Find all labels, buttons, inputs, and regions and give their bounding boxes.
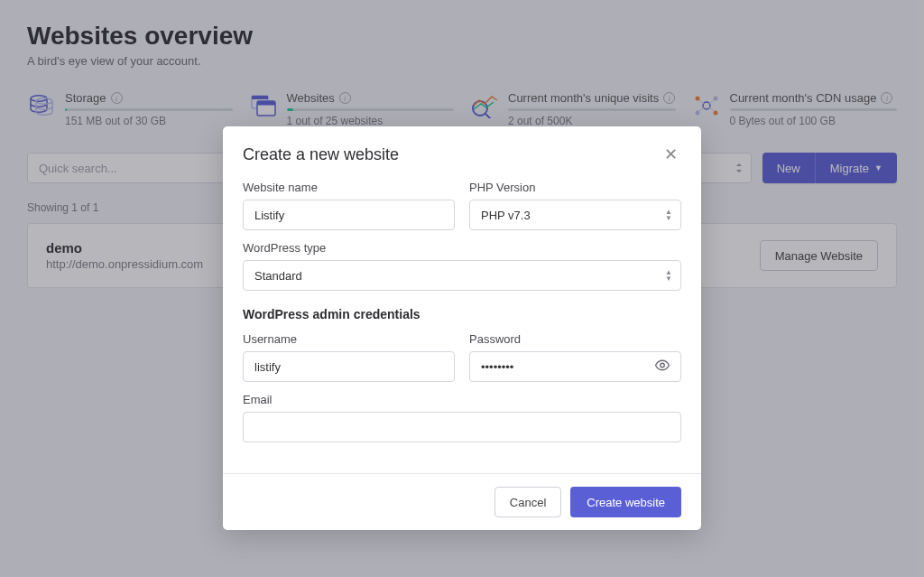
website-name-label: Website name bbox=[243, 181, 455, 194]
email-label: Email bbox=[243, 393, 681, 406]
password-label: Password bbox=[469, 332, 681, 346]
wordpress-type-select[interactable] bbox=[243, 260, 681, 291]
create-website-button[interactable]: Create website bbox=[570, 487, 681, 517]
svg-point-17 bbox=[661, 363, 665, 368]
website-name-input[interactable] bbox=[243, 200, 455, 230]
cancel-button[interactable]: Cancel bbox=[494, 487, 561, 517]
php-version-select[interactable] bbox=[469, 200, 681, 230]
create-website-modal: Create a new website ✕ Website name PHP … bbox=[223, 126, 701, 530]
username-input[interactable] bbox=[243, 351, 455, 382]
close-button[interactable]: ✕ bbox=[661, 143, 681, 166]
email-input[interactable] bbox=[243, 412, 681, 442]
modal-overlay[interactable]: Create a new website ✕ Website name PHP … bbox=[0, 0, 924, 577]
credentials-section-title: WordPress admin credentials bbox=[243, 307, 681, 321]
password-input[interactable] bbox=[469, 351, 681, 382]
toggle-password-button[interactable] bbox=[651, 354, 674, 380]
php-version-label: PHP Version bbox=[469, 181, 681, 194]
wordpress-type-label: WordPress type bbox=[243, 241, 681, 255]
eye-icon bbox=[654, 358, 670, 374]
username-label: Username bbox=[243, 332, 455, 346]
close-icon: ✕ bbox=[664, 145, 678, 163]
modal-title: Create a new website bbox=[243, 145, 399, 164]
